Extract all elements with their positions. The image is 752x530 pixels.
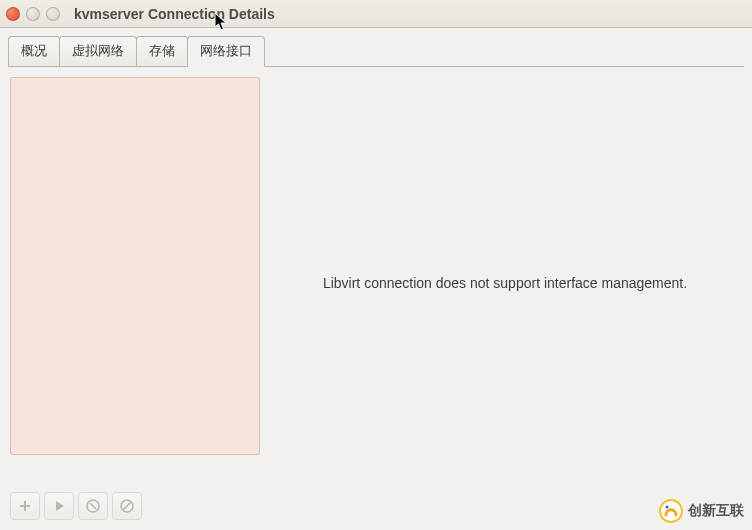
delete-button[interactable] <box>112 492 142 520</box>
add-button[interactable] <box>10 492 40 520</box>
content-area: Libvirt connection does not support inte… <box>0 67 752 497</box>
watermark-logo-icon <box>658 498 684 524</box>
svg-point-4 <box>666 506 669 509</box>
no-entry-icon <box>120 499 134 513</box>
tab-network-interfaces[interactable]: 网络接口 <box>187 36 265 67</box>
maximize-icon[interactable] <box>46 7 60 21</box>
titlebar: kvmserver Connection Details <box>0 0 752 28</box>
interface-list-panel[interactable] <box>10 77 260 455</box>
main-panel: Libvirt connection does not support inte… <box>268 77 742 489</box>
toolbar <box>10 492 142 520</box>
minimize-icon[interactable] <box>26 7 40 21</box>
stop-circle-icon <box>86 499 100 513</box>
window-controls <box>6 7 60 21</box>
stop-button[interactable] <box>78 492 108 520</box>
tab-storage[interactable]: 存储 <box>136 36 188 66</box>
window-title: kvmserver Connection Details <box>74 6 275 22</box>
close-icon[interactable] <box>6 7 20 21</box>
watermark: 创新互联 <box>658 498 744 524</box>
svg-line-2 <box>123 502 131 510</box>
play-icon <box>52 499 66 513</box>
start-button[interactable] <box>44 492 74 520</box>
tab-strip: 概况 虚拟网络 存储 网络接口 <box>0 28 752 66</box>
watermark-text: 创新互联 <box>688 502 744 520</box>
tab-overview[interactable]: 概况 <box>8 36 60 66</box>
status-message: Libvirt connection does not support inte… <box>323 275 687 291</box>
plus-icon <box>18 499 32 513</box>
tab-virtual-networks[interactable]: 虚拟网络 <box>59 36 137 66</box>
